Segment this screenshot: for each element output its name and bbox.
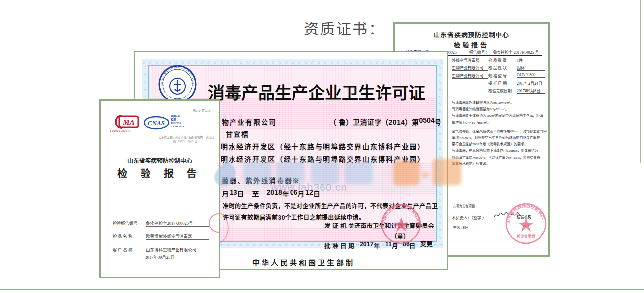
issuer-label: 发 证 机 关 (324, 223, 354, 229)
result-line: 气消毒器紫外线辐照强度为86.1μW/cm²。 (452, 100, 548, 106)
seal-bottom-text: 检测专用章 (517, 234, 535, 239)
result-line: 然菌消亡率均>90.00%，平均消亡率为94.15%，检测结果符 (452, 155, 548, 161)
sign-label-fragment: 术负责人）（签字 ） (452, 215, 486, 220)
partial-red-seal (209, 213, 220, 233)
health-inspection-emblem: CHINA NATIONAL HEALTH INSPECTION (158, 65, 197, 104)
cnas-side-text: 中国认可 检测 TESTING CNASL0119 (171, 114, 184, 128)
svg-text:MA: MA (122, 118, 134, 126)
result-line: 气消毒器紫外线泄漏量为0.3μW/cm²。 (452, 106, 548, 113)
note-line-2: 许可证有效期届满前30个工作日之前提出延续申请。 (223, 213, 365, 221)
field-row: 检验报告编号鲁疾控检字2017K00025号 (113, 220, 209, 227)
cma-number: 160000102397 (110, 130, 132, 132)
cell-label: 接 样 日 期 (488, 80, 507, 86)
result-line: 消毒技术规范》的要求。 (452, 161, 548, 167)
divider (452, 201, 541, 201)
left-cert-doc-title: 检 验 报 告 (101, 166, 219, 180)
issuer-red-seal: 济南市卫生和计划生育委员会 (381, 203, 422, 245)
certificate-test-report-cover: 第1页 共12页 MA 160000102397 CNAS 中国认可 检测 TE… (99, 99, 220, 278)
report-date: 2017年09月25日 (101, 254, 219, 260)
cell-value: 固体 (517, 65, 545, 71)
registered-address: 明水经济开发区（经十东路与明埠路交界山东博科产业园） (221, 154, 425, 163)
page-left-edge-line (0, 0, 0, 293)
inspection-agency-seal: 山东省疾病预防控制中心 检测专用章 (505, 202, 547, 245)
licensed-products-fragment: 菌器、紫外线消毒器※ (222, 175, 300, 185)
cell-value: 2017年9月8日 (517, 88, 545, 94)
qualification-certificates-section: 资质证书： 山东省疾病预防控制中心 检验报告 检品受理编号：2017K00025… (0, 0, 644, 293)
right-cert-doc-title: 检验报告 (395, 40, 548, 49)
license-number-suffix: 号 (435, 118, 442, 126)
result-line: 气消毒器，在高风档状态下消毒作用120min，对体积约为 (452, 148, 548, 154)
result-line: 空气消毒器，在高风档状态下消毒作用60min，对气雾室空气中 (452, 129, 548, 135)
cell-label: 检 品 性 状 (488, 65, 507, 70)
license-number-line: （ 鲁）卫消证字（2014）第0504号 (329, 117, 441, 127)
cell-value: 2017年2月24日 (517, 80, 545, 86)
page-right-edge-line (640, 0, 641, 163)
license-number-value: 0504 (419, 116, 435, 124)
cnas-logo: CNAS (143, 116, 170, 130)
left-cert-org: 山东省疾病预防控制中心 (101, 156, 219, 165)
border-glyph-strip: ☆☆☆☆☆☆☆☆☆☆☆☆☆☆☆☆☆☆☆☆☆☆☆☆☆☆☆☆☆☆☆☆☆☆ (437, 65, 443, 242)
cell-company-fragment: 生物产业有限公司 (452, 65, 488, 71)
result-line: 果符合卫生部2002年版《消毒技术规范》的要求。 (452, 141, 548, 148)
right-cert-footnote: △号为分包项目 (453, 203, 475, 208)
sign-date-fragment: 年9月8日 (453, 225, 468, 230)
cell-label: 规 格 型 号 (488, 73, 507, 78)
report-no-label: 报告编号： (469, 50, 489, 55)
page-count: 第1页 共12页 (193, 108, 211, 113)
right-cert-org: 山东省疾病预防控制中心 (395, 30, 548, 39)
cell-value: 1件 (517, 57, 545, 63)
cell-value: OLB-Y-800 (517, 73, 545, 78)
field-row: 检 品 名 称欧莱博紫外线空气消毒器 (113, 233, 209, 240)
company-name-fragment: 物产业有限公司 (222, 117, 277, 127)
section-title: 资质证书： (304, 17, 385, 38)
result-line: 率均>99.90%，对照舱空气中白色葡萄球菌的自然衰亡率在 (452, 135, 548, 141)
right-cert-result-text: 气消毒器紫外线辐照强度为86.1μW/cm²。 气消毒器紫外线泄漏量为0.3μW… (452, 100, 548, 167)
issued-by-ministry-footer: 中华人民共和国卫生部制 (252, 257, 355, 267)
report-no: 鲁疾控检字 2017K00025 号 (493, 50, 539, 55)
license-title: 消毒产品生产企业卫生许可证 (197, 80, 436, 104)
license-number-prefix: （ 鲁）卫消证字（2014）第 (329, 118, 419, 126)
result-line: 气消毒器置于体积约为100m³的房间中高风速档工作1h，距消 (452, 113, 548, 119)
field-row: 客 户 名 称山东博科生物产业有限公司 (113, 246, 209, 253)
result-line: 氧浓度为7.4×10⁻³mg/m³。 (452, 120, 548, 126)
authority-accreditation-note: 山东省卫生厅认定 消毒产品检验机构 （认定日期：2007年10月31日） (158, 135, 215, 143)
cell-company-fragment: 生物产业有限公司 (452, 73, 488, 79)
page-bottom-edge-line (0, 289, 644, 290)
cell-sample-name-fragment: 外线空气消毒器 (452, 57, 488, 63)
cell-label: 检验完成日期 (488, 88, 512, 93)
cma-logo: MA (110, 114, 140, 130)
svg-text:CNAS: CNAS (148, 119, 165, 127)
legal-representative: 甘宜梧 (226, 129, 249, 139)
cell-label: 检 品 数 量 (488, 57, 507, 63)
production-address: 明水经济开发区（经十东路与明埠路交界山东博科产业园） (221, 141, 425, 151)
validity-period-line: 月13日至2018年06月12日 (222, 189, 321, 198)
